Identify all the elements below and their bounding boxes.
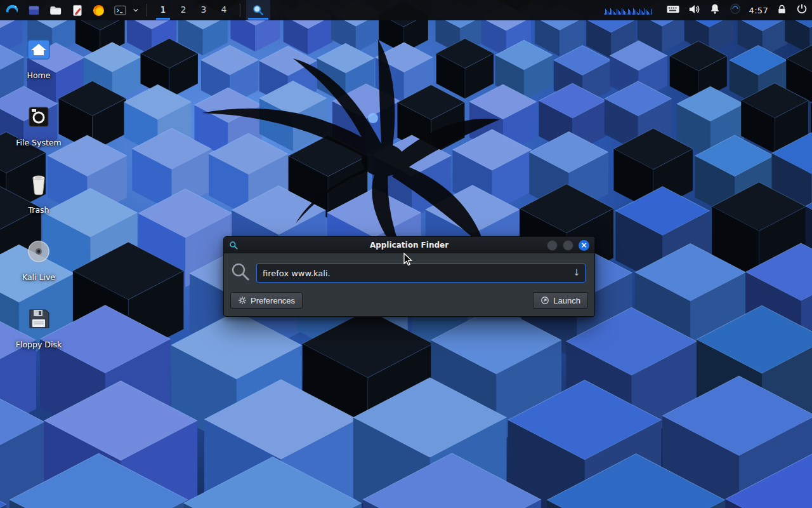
window-titlebar-finder-icon [229, 241, 239, 250]
desktop-icon-trash[interactable]: Trash [10, 169, 67, 215]
search-input-wrap: ↓ [256, 264, 586, 283]
volume-control[interactable] [688, 3, 701, 18]
firefox-launcher[interactable] [88, 0, 109, 20]
launch-icon [540, 296, 549, 305]
desktop-icon-file-system[interactable]: File System [10, 102, 67, 147]
terminal-launcher[interactable] [109, 0, 131, 20]
close-button[interactable]: × [579, 240, 589, 251]
window-title: Application Finder [224, 241, 594, 250]
bell-icon [709, 3, 721, 15]
launch-button[interactable]: Launch [533, 292, 588, 309]
desktop-icon-floppy-disk[interactable]: Floppy Disk [10, 304, 67, 349]
file-system-drive-icon [23, 102, 54, 132]
clock[interactable]: 4:57 [749, 6, 768, 15]
desktop-icon-kali-live[interactable]: Kali Live [10, 236, 67, 282]
system-graph[interactable] [604, 6, 658, 15]
file-manager-icon [27, 4, 41, 17]
search-icon [230, 262, 251, 284]
workspace-button-2[interactable]: 2 [173, 0, 193, 20]
finder-buttons-row: Preferences Launch [224, 290, 594, 316]
workspace-button-3[interactable]: 3 [193, 0, 214, 20]
window-controls: × [547, 240, 589, 251]
panel-status-area: 4:57 [604, 2, 808, 18]
text-editor-icon [70, 4, 84, 17]
launcher-menu-chevron[interactable] [131, 0, 141, 20]
workspace-switcher: 1 2 3 4 [153, 0, 234, 20]
keyboard-indicator[interactable] [666, 2, 680, 18]
workspace-button-4[interactable]: 4 [214, 0, 234, 20]
logout-power-icon [796, 3, 808, 15]
minimize-button[interactable] [547, 240, 558, 251]
text-editor-launcher[interactable] [66, 0, 88, 20]
status-indicator[interactable] [729, 3, 742, 18]
desktop-icon-label: File System [16, 138, 62, 147]
desktop-icon-label: Floppy Disk [16, 340, 62, 349]
window-titlebar[interactable]: Application Finder × [224, 237, 594, 253]
volume-icon [688, 3, 701, 16]
firefox-icon [92, 4, 105, 17]
search-input[interactable] [256, 264, 586, 283]
applications-menu-button[interactable] [1, 0, 23, 20]
workspace-button-1[interactable]: 1 [153, 0, 173, 20]
screen-lock[interactable] [776, 3, 788, 18]
preferences-button[interactable]: Preferences [230, 292, 303, 309]
taskbar-window-application-finder[interactable] [246, 0, 270, 20]
preferences-button-label: Preferences [251, 296, 295, 305]
lock-icon [776, 3, 788, 15]
desktop-icon-label: Trash [28, 205, 49, 215]
folder-icon [49, 4, 62, 17]
status-sphere-icon [729, 3, 742, 15]
home-folder-icon [23, 34, 54, 65]
application-finder-window: Application Finder × ↓ Pre [223, 236, 595, 317]
desktop-icon-label: Home [27, 70, 51, 80]
launch-button-label: Launch [553, 296, 580, 305]
notifications[interactable] [709, 3, 721, 18]
maximize-button[interactable] [563, 240, 573, 251]
folder-launcher[interactable] [44, 0, 66, 20]
desktop-icon-column: Home File System Trash [10, 34, 67, 371]
terminal-icon [114, 4, 127, 17]
file-manager-launcher[interactable] [23, 0, 44, 20]
logout-button[interactable] [796, 3, 808, 18]
panel-separator [147, 4, 147, 17]
taskbar: 1 2 3 4 [0, 0, 812, 20]
desktop-icon-label: Kali Live [22, 272, 55, 282]
floppy-disk-icon [23, 304, 54, 334]
disc-icon [23, 236, 54, 267]
gear-icon [238, 296, 247, 305]
application-finder-icon [252, 4, 265, 17]
kali-logo-icon [4, 3, 20, 18]
desktop-icon-home[interactable]: Home [10, 34, 67, 80]
keyboard-icon [666, 2, 680, 16]
chevron-down-icon [133, 7, 139, 13]
mouse-cursor [403, 253, 414, 267]
trash-can-icon [23, 169, 54, 199]
panel-separator [240, 4, 240, 17]
